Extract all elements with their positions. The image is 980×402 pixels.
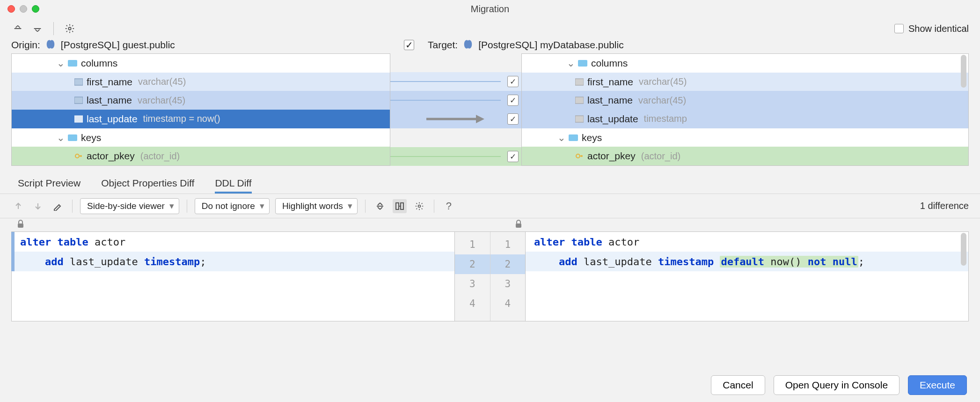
kw: alter <box>20 236 51 248</box>
titlebar: Migration <box>0 0 980 18</box>
svg-rect-7 <box>578 60 587 67</box>
svg-point-12 <box>576 154 580 158</box>
key-name: actor_pkey <box>87 150 135 162</box>
minimize-icon[interactable] <box>20 5 27 13</box>
tree-row[interactable]: actor_pkey (actor_id) <box>12 147 390 165</box>
line-number: 3 <box>455 274 490 294</box>
svg-point-15 <box>418 205 420 207</box>
column-icon <box>74 97 83 104</box>
target-editor[interactable]: alter table actor add last_update timest… <box>525 231 969 321</box>
target-tree[interactable]: ⌄ columns first_name varchar(45) last_na… <box>521 53 969 166</box>
top-toolbar: Show identical <box>0 18 980 39</box>
cancel-button[interactable]: Cancel <box>711 375 765 395</box>
svg-point-0 <box>68 27 71 30</box>
target-label: [PostgreSQL] myDatabase.public <box>478 39 624 51</box>
svg-rect-1 <box>68 60 77 67</box>
svg-rect-4 <box>74 116 83 122</box>
chevron-down-icon: ⌄ <box>567 58 575 69</box>
column-type: varchar(45) <box>639 76 687 87</box>
window-title: Migration <box>0 4 980 15</box>
svg-rect-11 <box>569 134 578 141</box>
column-icon <box>575 115 584 123</box>
execute-button[interactable]: Execute <box>908 375 967 395</box>
kw: alter <box>534 236 565 248</box>
code-text: actor <box>602 236 639 248</box>
origin-tree[interactable]: ⌄ columns first_name varchar(45) last_na… <box>11 53 390 166</box>
tab-object-props[interactable]: Object Properties Diff <box>101 178 194 194</box>
tab-ddl-diff[interactable]: DDL Diff <box>215 178 251 194</box>
show-identical-label: Show identical <box>908 23 969 34</box>
tree-row[interactable]: last_update timestamp <box>522 110 968 128</box>
arrow-up-icon[interactable] <box>11 199 25 213</box>
collapse-all-icon[interactable] <box>31 22 44 35</box>
svg-rect-10 <box>575 116 584 122</box>
tree-row[interactable]: last_name varchar(45) <box>522 91 968 110</box>
schema-headers: Origin: [PostgreSQL] guest.public ✓ Targ… <box>0 39 980 53</box>
highlight-dropdown[interactable]: Highlight words ▾ <box>275 198 358 214</box>
arrow-down-icon[interactable] <box>31 199 45 213</box>
tree-row-columns[interactable]: ⌄ columns <box>12 54 390 73</box>
svg-rect-13 <box>396 203 399 209</box>
kw: table <box>571 236 602 248</box>
column-icon <box>74 78 83 86</box>
row-checkbox[interactable]: ✓ <box>507 151 519 162</box>
line-number: 1 <box>490 235 526 254</box>
expand-all-icon[interactable] <box>11 22 24 35</box>
lock-row <box>0 218 980 231</box>
show-identical-checkbox[interactable]: Show identical <box>894 23 969 34</box>
viewer-label: Side-by-side viewer <box>87 201 165 211</box>
key-icon <box>74 152 83 160</box>
line-number: 1 <box>455 235 490 254</box>
tree-row[interactable]: last_name varchar(45) <box>12 91 390 110</box>
tab-script-preview[interactable]: Script Preview <box>18 178 80 194</box>
tree-row-selected[interactable]: last_update timestamp = now() <box>12 110 390 128</box>
keys-label: keys <box>81 132 101 143</box>
folder-icon <box>569 134 578 141</box>
edit-icon[interactable] <box>51 199 65 213</box>
key-icon <box>575 152 584 160</box>
keys-label: keys <box>582 132 602 143</box>
line-number: 2 <box>490 254 526 274</box>
code-text: ; <box>858 256 864 268</box>
target-enable-checkbox[interactable]: ✓ <box>404 40 414 50</box>
row-checkbox[interactable]: ✓ <box>507 76 519 87</box>
column-name: last_name <box>87 95 132 106</box>
postgres-icon <box>45 39 56 51</box>
scrollbar[interactable] <box>960 233 967 320</box>
maximize-icon[interactable] <box>32 5 39 13</box>
tree-row[interactable]: actor_pkey (actor_id) <box>522 147 968 165</box>
row-checkbox[interactable]: ✓ <box>507 95 519 106</box>
gear-icon[interactable] <box>63 22 76 35</box>
columns-label: columns <box>81 58 117 69</box>
column-icon <box>575 97 584 104</box>
tree-row[interactable]: first_name varchar(45) <box>12 73 390 91</box>
tree-row-keys[interactable]: ⌄ keys <box>12 128 390 147</box>
column-type: timestamp <box>644 113 687 124</box>
row-checkbox[interactable]: ✓ <box>507 113 519 125</box>
sync-scroll-icon[interactable] <box>393 199 407 213</box>
line-gutter: 1 2 3 4 1 2 3 4 <box>455 231 525 321</box>
tree-row[interactable]: first_name varchar(45) <box>522 73 968 91</box>
column-type: varchar(45) <box>638 95 686 106</box>
tree-row-keys[interactable]: ⌄ keys <box>522 128 968 147</box>
ignore-dropdown[interactable]: Do not ignore ▾ <box>195 198 270 214</box>
help-icon[interactable]: ? <box>442 199 456 213</box>
close-icon[interactable] <box>7 5 15 13</box>
tree-row-columns[interactable]: ⌄ columns <box>522 54 968 73</box>
origin-editor[interactable]: alter table actor add last_update timest… <box>11 231 455 321</box>
scrollbar[interactable] <box>960 55 967 164</box>
column-type: varchar(45) <box>138 95 185 106</box>
viewer-dropdown[interactable]: Side-by-side viewer ▾ <box>80 198 179 214</box>
window-controls <box>7 5 39 13</box>
origin-label: [PostgreSQL] guest.public <box>61 39 175 51</box>
collapse-icon[interactable] <box>373 199 387 213</box>
line-number: 2 <box>455 254 490 274</box>
open-console-button[interactable]: Open Query in Console <box>774 375 900 395</box>
svg-rect-2 <box>74 79 83 85</box>
code-text: actor <box>88 236 125 248</box>
postgres-icon <box>462 39 474 51</box>
origin-prefix: Origin: <box>11 39 40 51</box>
connector-line <box>390 81 501 82</box>
gear-icon[interactable] <box>412 199 426 213</box>
column-name: last_update <box>587 113 638 125</box>
